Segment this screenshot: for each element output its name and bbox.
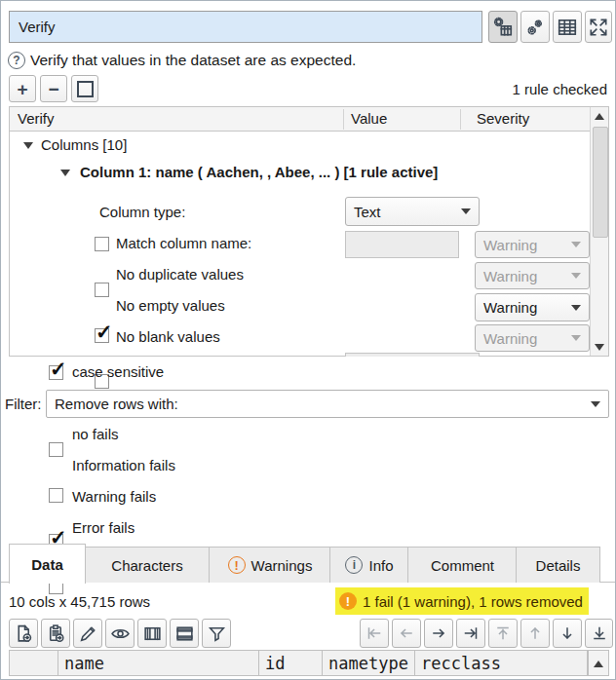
dataset-dimensions: 10 cols x 45,715 rows bbox=[9, 593, 150, 610]
chevron-down-icon bbox=[571, 305, 581, 311]
edit-icon bbox=[78, 623, 98, 644]
export-file-button[interactable] bbox=[9, 619, 38, 648]
tab-details[interactable]: Details bbox=[516, 547, 600, 583]
expander-columns-icon[interactable] bbox=[23, 142, 33, 149]
go-previous-column-button[interactable] bbox=[392, 619, 421, 648]
columns-visibility-button[interactable] bbox=[137, 619, 167, 648]
go-next-column-button[interactable] bbox=[424, 619, 453, 648]
no-empty-values-label: No empty values bbox=[116, 297, 225, 314]
blank-severity-dropdown: Warning bbox=[475, 324, 590, 352]
severity-value: Warning bbox=[483, 330, 537, 347]
scroll-up-icon[interactable] bbox=[591, 107, 608, 125]
information-fails-checkbox[interactable] bbox=[49, 488, 63, 503]
filter-dropdown[interactable]: Remove rows with: bbox=[46, 390, 609, 418]
tree-row-columns[interactable]: Columns [10] bbox=[41, 136, 127, 153]
no-fails-checkbox[interactable] bbox=[49, 442, 63, 457]
warning-fails-label: Warning fails bbox=[72, 488, 156, 505]
table-view-button[interactable] bbox=[553, 11, 582, 43]
column-header-verify: Verify bbox=[18, 110, 55, 127]
show-whitespace-button[interactable] bbox=[105, 619, 135, 648]
rules-table: Verify Value Severity Columns [10] Colum… bbox=[9, 106, 609, 357]
remove-rule-button[interactable]: − bbox=[40, 75, 67, 102]
tab-info[interactable]: Info bbox=[329, 547, 409, 583]
columns-icon bbox=[142, 623, 163, 644]
empty-severity-dropdown[interactable]: Warning bbox=[475, 293, 590, 321]
edit-values-button[interactable] bbox=[73, 619, 102, 648]
scrollbar-thumb[interactable] bbox=[593, 127, 608, 238]
tab-comment[interactable]: Comment bbox=[407, 547, 518, 583]
go-last-column-button[interactable] bbox=[456, 619, 485, 648]
transform-pane-button[interactable] bbox=[488, 11, 518, 43]
severity-value: Warning bbox=[483, 299, 537, 316]
no-empty-values-checkbox[interactable] bbox=[95, 328, 109, 343]
calc-node-icon bbox=[492, 17, 514, 38]
column-type-dropdown[interactable]: Text bbox=[345, 197, 480, 226]
filter-view-button[interactable] bbox=[202, 619, 231, 648]
export-file-icon bbox=[14, 623, 34, 644]
no-duplicate-values-checkbox[interactable] bbox=[95, 283, 109, 297]
grid-header-nametype[interactable]: nametype bbox=[323, 650, 415, 676]
tab-label: Data bbox=[31, 556, 63, 573]
settings-gears-icon bbox=[524, 17, 546, 38]
tab-label: Comment bbox=[431, 557, 494, 574]
column-type-value: Text bbox=[354, 204, 381, 220]
column-type-label: Column type: bbox=[99, 204, 185, 220]
tree-row-column1[interactable]: Column 1: name ( Aachen, , Abee, ... ) [… bbox=[80, 164, 438, 180]
match-column-name-field[interactable] bbox=[345, 231, 459, 258]
clear-rules-button[interactable] bbox=[71, 75, 98, 102]
chevron-down-icon bbox=[461, 208, 471, 214]
rules-scrollbar[interactable] bbox=[590, 107, 608, 356]
transform-description: Verify that values in the dataset are as… bbox=[30, 52, 356, 69]
filter-icon bbox=[207, 623, 227, 644]
rules-checked-label: 1 rule checked bbox=[512, 81, 607, 97]
last-column-icon bbox=[461, 623, 481, 643]
first-column-icon bbox=[365, 623, 384, 643]
chevron-down-icon bbox=[571, 335, 581, 341]
match-severity-dropdown: Warning bbox=[475, 231, 590, 258]
up-icon bbox=[525, 623, 545, 643]
chevron-down-icon bbox=[571, 273, 581, 279]
information-fails-label: Information fails bbox=[72, 457, 175, 473]
go-up-button[interactable] bbox=[520, 619, 550, 648]
down-icon bbox=[558, 623, 577, 643]
grid-scroll-up-icon[interactable] bbox=[589, 655, 608, 672]
case-sensitive-checkbox[interactable] bbox=[49, 365, 63, 380]
expander-column1-icon[interactable] bbox=[60, 170, 70, 176]
go-top-row-button[interactable] bbox=[488, 619, 518, 648]
grid-scrollbar[interactable] bbox=[588, 650, 609, 676]
rows-visibility-button[interactable] bbox=[170, 619, 199, 648]
grid-header-id[interactable]: id bbox=[259, 650, 323, 676]
severity-value: Warning bbox=[483, 268, 537, 284]
tab-label: Info bbox=[368, 557, 393, 574]
bottom-row-icon bbox=[590, 623, 609, 643]
rows-icon bbox=[174, 623, 195, 644]
go-first-column-button[interactable] bbox=[360, 619, 389, 648]
warning-filled-icon bbox=[339, 592, 357, 610]
go-bottom-row-button[interactable] bbox=[585, 619, 613, 648]
match-column-name-checkbox[interactable] bbox=[95, 237, 109, 251]
grid-header-recclass[interactable]: recclass bbox=[415, 650, 588, 676]
go-down-button[interactable] bbox=[553, 619, 582, 648]
no-duplicate-values-label: No duplicate values bbox=[116, 266, 244, 283]
tab-warnings[interactable]: Warnings bbox=[209, 547, 331, 583]
add-rule-button[interactable]: + bbox=[9, 75, 36, 102]
grid-header-name[interactable]: name bbox=[58, 650, 259, 676]
rules-table-header: Verify Value Severity bbox=[10, 107, 608, 132]
copy-clipboard-icon bbox=[46, 623, 66, 644]
help-icon[interactable] bbox=[8, 52, 25, 69]
tab-label: Warnings bbox=[251, 557, 313, 574]
scroll-down-icon[interactable] bbox=[591, 338, 608, 356]
maximize-button[interactable] bbox=[585, 11, 612, 43]
settings-button[interactable] bbox=[520, 11, 550, 43]
tab-characters[interactable]: Characters bbox=[84, 547, 211, 583]
clipped-next-row bbox=[345, 353, 480, 357]
copy-clipboard-button[interactable] bbox=[41, 619, 70, 648]
plus-icon: + bbox=[17, 80, 27, 98]
next-icon bbox=[429, 623, 448, 643]
column-header-severity: Severity bbox=[477, 110, 529, 127]
info-circle-icon bbox=[345, 556, 363, 574]
column-header-value: Value bbox=[351, 110, 387, 127]
tab-data[interactable]: Data bbox=[9, 544, 86, 584]
transform-name-input[interactable]: Verify bbox=[9, 11, 482, 43]
top-row-icon bbox=[493, 623, 513, 643]
